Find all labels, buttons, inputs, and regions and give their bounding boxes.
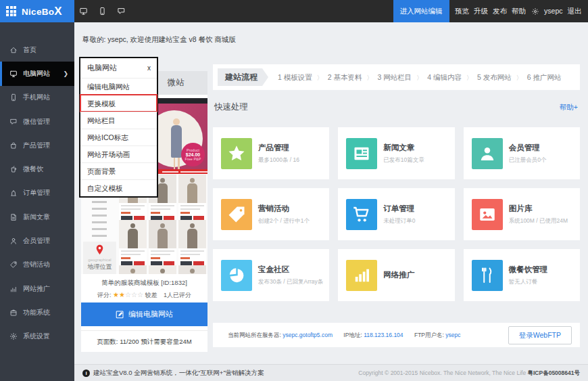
- logout-link[interactable]: 退出: [565, 0, 584, 22]
- quick-card-pie[interactable]: 宝盒社区发布30条 / 已回复Array条: [213, 249, 329, 301]
- template-name: 简单的服装商城模板 [ID:1832]: [81, 279, 207, 288]
- sidebar-item-chat[interactable]: 微信管理: [0, 110, 74, 133]
- card-title: 订单管理: [383, 204, 415, 214]
- sidebar-item-gear[interactable]: 系统设置: [0, 325, 74, 349]
- card-subtitle: 创建2个 / 进行中1个: [258, 217, 310, 225]
- sidebar-item-tag[interactable]: 营销活动: [0, 253, 74, 277]
- sidebar-item-cup[interactable]: 微餐饮: [0, 157, 74, 181]
- edit-pc-site-button[interactable]: 编辑电脑网站: [81, 302, 207, 326]
- card-subtitle: 未处理订单0: [383, 217, 415, 225]
- card-subtitle: 系统100M / 已使用24M: [509, 217, 568, 225]
- phone-icon[interactable]: [98, 7, 107, 16]
- quick-card-news[interactable]: 新闻文章已发布10篇文章: [338, 127, 454, 179]
- quick-card-star[interactable]: 产品管理最多1000条 / 16: [213, 127, 329, 179]
- footer: i 建站宝盒V8.0 全网营销系统，一体化“互联网+”营销解决方案 Copyri…: [74, 364, 588, 381]
- webftp-login-button[interactable]: 登录WebFTP: [508, 326, 572, 344]
- monitor-icon[interactable]: [79, 7, 88, 16]
- product-text-line: [121, 205, 145, 206]
- sidebar-item-user[interactable]: 会员管理: [0, 229, 74, 252]
- footer-product-info: i 建站宝盒V8.0 全网营销系统，一体化“互联网+”营销解决方案: [82, 365, 264, 381]
- dropdown-item-网站开场动画[interactable]: 网站开场动画: [80, 145, 157, 162]
- dropdown-item-编辑电脑网站[interactable]: 编辑电脑网站: [80, 78, 157, 95]
- footer-copyright: Copyright © 2001-2015 Nicebox. The Nice …: [358, 365, 580, 381]
- sidebar-item-chart[interactable]: 网站推广: [0, 277, 74, 300]
- card-title: 产品管理: [258, 143, 299, 153]
- logo[interactable]: NiceBoX: [0, 0, 74, 22]
- topbar-right: 进入网站编辑 预览升级发布帮助 ysepc 退出: [393, 0, 584, 22]
- sidebar-item-home[interactable]: 首页: [0, 38, 74, 62]
- utensils-icon: [472, 260, 503, 291]
- topbar-link-升级[interactable]: 升级: [472, 7, 491, 15]
- quick-card-tag2[interactable]: 营销活动创建2个 / 进行中1个: [213, 188, 329, 240]
- product-photo: [178, 175, 206, 203]
- preview-product-card: [119, 220, 147, 265]
- dropdown-item-网站栏目[interactable]: 网站栏目: [80, 112, 157, 129]
- enter-site-edit-button[interactable]: 进入网站编辑: [393, 0, 449, 22]
- sidebar: 首页电脑网站❯手机网站微信管理产品管理微餐饮订单管理新闻文章会员管理营销活动网站…: [0, 22, 74, 381]
- star-icon: ☆: [137, 291, 143, 298]
- preview-menu-item: [92, 215, 107, 217]
- quick-card-cart[interactable]: 订单管理未处理订单0: [338, 188, 454, 240]
- ftp-user-link[interactable]: ysepc: [445, 332, 460, 338]
- sidebar-item-bell[interactable]: 订单管理: [0, 181, 74, 205]
- preview-badge: Product $24.00 Free P&P: [181, 143, 205, 166]
- sidebar-item-monitor[interactable]: 电脑网站❯: [0, 62, 74, 85]
- pc-site-dropdown: 电脑网站 x 编辑电脑网站更换模板网站栏目网站ICO标志网站开场动画页面背景自定…: [79, 57, 158, 198]
- quick-card-image[interactable]: 图片库系统100M / 已使用24M: [464, 188, 580, 240]
- sidebar-item-doc[interactable]: 新闻文章: [0, 205, 74, 229]
- topbar-link-预览[interactable]: 预览: [453, 7, 472, 15]
- product-text-line: [151, 205, 174, 206]
- topbar-device-icons: [79, 0, 126, 22]
- rating-stars[interactable]: ★★☆☆☆: [113, 292, 143, 298]
- product-text-line: [151, 208, 170, 210]
- card-subtitle: 最多1000条 / 16: [258, 156, 299, 164]
- sidebar-item-phone[interactable]: 手机网站: [0, 86, 74, 110]
- dropdown-item-更换模板[interactable]: 更换模板: [80, 95, 157, 112]
- product-text-line: [180, 254, 200, 255]
- sidebar-item-box[interactable]: 功能系统: [0, 300, 74, 324]
- username-link[interactable]: ysepc: [542, 0, 565, 22]
- product-price: [180, 212, 190, 214]
- steps-label: 建站流程: [218, 68, 262, 86]
- page: NiceBoX 进入网站编辑 预览升级发布帮助 ysepc 退出 首页电脑网站❯…: [0, 0, 588, 381]
- card-subtitle: 已发布10篇文章: [383, 156, 424, 164]
- card-subtitle: 暂无人订餐: [509, 278, 548, 286]
- sidebar-item-bag[interactable]: 产品管理: [0, 133, 74, 157]
- chart-icon: [9, 285, 18, 293]
- topbar-link-帮助[interactable]: 帮助: [510, 7, 529, 15]
- topbar-link-发布[interactable]: 发布: [491, 7, 510, 15]
- quick-cards-grid: 产品管理最多1000条 / 16新闻文章已发布10篇文章会员管理已注册会员0个营…: [213, 127, 580, 301]
- dropdown-title: 电脑网站 x: [80, 58, 157, 78]
- star-icon: ☆: [131, 291, 137, 298]
- chat-icon[interactable]: [117, 7, 126, 16]
- product-text-line: [121, 250, 145, 252]
- server-host-link[interactable]: ysepc.gotoftp5.com: [283, 332, 333, 338]
- quick-card-member[interactable]: 会员管理已注册会员0个: [464, 127, 580, 179]
- close-icon[interactable]: x: [147, 58, 151, 78]
- logo-text: NiceBoX: [22, 5, 62, 18]
- quick-card-utensils[interactable]: 微餐饮管理暂无人订餐: [464, 249, 580, 301]
- card-text: 微餐饮管理暂无人订餐: [509, 265, 548, 286]
- quick-card-bars[interactable]: 网络推广: [338, 249, 454, 301]
- preview-menu-item: [92, 208, 107, 210]
- card-title: 宝盒社区: [258, 265, 323, 275]
- cup-icon: [9, 165, 18, 173]
- card-title: 微餐饮管理: [509, 265, 548, 275]
- preview-menu-item: [92, 201, 107, 203]
- star-icon: [221, 138, 252, 169]
- dropdown-item-自定义模板[interactable]: 自定义模板: [80, 179, 157, 196]
- step-separator: 〉: [466, 74, 472, 81]
- home-icon: [9, 46, 18, 54]
- dropdown-item-页面背景[interactable]: 页面背景: [80, 162, 157, 179]
- preview-product-card: [149, 220, 176, 265]
- server-ip-link[interactable]: 118.123.16.104: [364, 332, 403, 338]
- apps-grid-icon: [6, 6, 16, 16]
- product-price: [180, 257, 190, 259]
- help-link[interactable]: 帮助+: [560, 103, 578, 112]
- product-photo: [119, 265, 147, 274]
- settings-gear-icon[interactable]: [529, 7, 542, 16]
- doc-icon: [9, 213, 18, 221]
- dropdown-item-网站ICO标志[interactable]: 网站ICO标志: [80, 129, 157, 145]
- product-text-line: [151, 250, 174, 252]
- product-text-line: [121, 254, 141, 255]
